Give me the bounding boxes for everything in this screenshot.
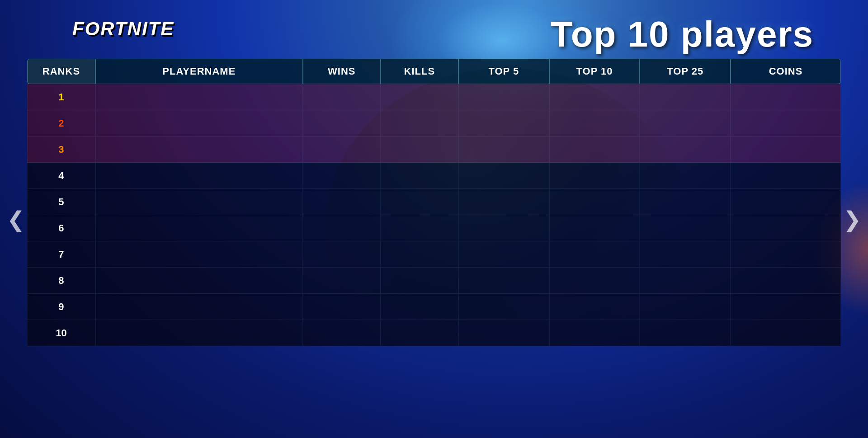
table-header-row: RANKSPLAYERNAMEWINSKILLSTOP 5TOP 10TOP 2… (27, 59, 841, 84)
col-header-wins: WINS (303, 59, 381, 84)
table-row: 3 (27, 137, 841, 163)
table-row: 8 (27, 268, 841, 294)
cell-playername (95, 163, 303, 189)
cell-top5 (458, 189, 549, 215)
cell-rank: 9 (27, 294, 95, 320)
table-row: 2 (27, 110, 841, 137)
leaderboard-table-container: RANKSPLAYERNAMEWINSKILLSTOP 5TOP 10TOP 2… (27, 59, 841, 420)
nav-right-button[interactable]: ❯ (843, 207, 861, 232)
cell-top5 (458, 241, 549, 268)
cell-top25 (640, 320, 731, 346)
nav-left-button[interactable]: ❮ (7, 207, 25, 232)
app-logo: FORTNITE (72, 18, 174, 40)
table-row: 4 (27, 163, 841, 189)
cell-coins (731, 320, 841, 346)
table-row: 9 (27, 294, 841, 320)
cell-top5 (458, 215, 549, 241)
cell-wins (303, 241, 381, 268)
cell-top25 (640, 215, 731, 241)
cell-kills (381, 137, 458, 163)
table-body: 12345678910 (27, 84, 841, 346)
cell-top10 (549, 137, 640, 163)
cell-top25 (640, 241, 731, 268)
cell-coins (731, 84, 841, 110)
cell-playername (95, 215, 303, 241)
cell-kills (381, 268, 458, 294)
cell-kills (381, 294, 458, 320)
cell-top10 (549, 241, 640, 268)
cell-playername (95, 320, 303, 346)
col-header-playername: PLAYERNAME (95, 59, 303, 84)
cell-wins (303, 189, 381, 215)
cell-kills (381, 215, 458, 241)
table-row: 7 (27, 241, 841, 268)
cell-top5 (458, 163, 549, 189)
cell-top10 (549, 294, 640, 320)
col-header-top10: TOP 10 (549, 59, 640, 84)
cell-top5 (458, 294, 549, 320)
cell-playername (95, 241, 303, 268)
page-title: Top 10 players (551, 14, 814, 55)
cell-rank: 10 (27, 320, 95, 346)
cell-kills (381, 241, 458, 268)
cell-kills (381, 320, 458, 346)
cell-top10 (549, 215, 640, 241)
cell-rank: 1 (27, 84, 95, 110)
col-header-coins: COINS (731, 59, 841, 84)
cell-rank: 3 (27, 137, 95, 163)
cell-kills (381, 110, 458, 137)
cell-top25 (640, 84, 731, 110)
cell-rank: 6 (27, 215, 95, 241)
cell-top25 (640, 110, 731, 137)
cell-wins (303, 110, 381, 137)
cell-coins (731, 110, 841, 137)
cell-top25 (640, 137, 731, 163)
cell-top5 (458, 137, 549, 163)
cell-top25 (640, 189, 731, 215)
cell-coins (731, 189, 841, 215)
cell-playername (95, 189, 303, 215)
cell-top10 (549, 110, 640, 137)
table-row: 10 (27, 320, 841, 346)
cell-kills (381, 84, 458, 110)
cell-kills (381, 189, 458, 215)
cell-wins (303, 268, 381, 294)
leaderboard-table: RANKSPLAYERNAMEWINSKILLSTOP 5TOP 10TOP 2… (27, 59, 841, 346)
cell-wins (303, 294, 381, 320)
cell-top10 (549, 189, 640, 215)
cell-rank: 4 (27, 163, 95, 189)
content-wrapper: FORTNITE Top 10 players ❮ ❯ RANKSPLAYERN… (0, 0, 868, 438)
table-row: 5 (27, 189, 841, 215)
cell-top25 (640, 268, 731, 294)
cell-top10 (549, 320, 640, 346)
cell-wins (303, 215, 381, 241)
cell-top10 (549, 268, 640, 294)
table-row: 6 (27, 215, 841, 241)
cell-playername (95, 110, 303, 137)
cell-wins (303, 84, 381, 110)
cell-playername (95, 268, 303, 294)
cell-coins (731, 268, 841, 294)
cell-wins (303, 137, 381, 163)
cell-top10 (549, 84, 640, 110)
cell-top25 (640, 163, 731, 189)
cell-wins (303, 320, 381, 346)
cell-playername (95, 294, 303, 320)
cell-playername (95, 84, 303, 110)
cell-wins (303, 163, 381, 189)
cell-top25 (640, 294, 731, 320)
cell-top5 (458, 320, 549, 346)
cell-top10 (549, 163, 640, 189)
cell-top5 (458, 110, 549, 137)
cell-top5 (458, 268, 549, 294)
cell-rank: 7 (27, 241, 95, 268)
col-header-top25: TOP 25 (640, 59, 731, 84)
cell-top5 (458, 84, 549, 110)
cell-coins (731, 163, 841, 189)
col-header-ranks: RANKS (27, 59, 95, 84)
cell-coins (731, 241, 841, 268)
cell-rank: 8 (27, 268, 95, 294)
cell-rank: 2 (27, 110, 95, 137)
cell-kills (381, 163, 458, 189)
table-row: 1 (27, 84, 841, 110)
